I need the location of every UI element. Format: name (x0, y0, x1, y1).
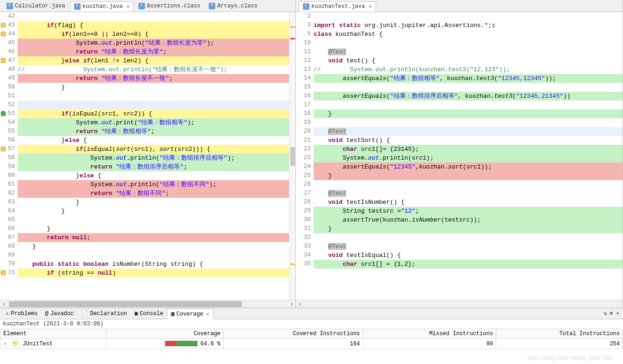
tab-arrays-class[interactable]: Arrays.class (205, 1, 261, 11)
code-line[interactable]: System.out.print("结果：数组相等"); (18, 118, 289, 127)
tab-assertions-class[interactable]: Assertions.class (135, 1, 204, 11)
code-line[interactable]: if(isEqual(sort(src1), sort(src2))) { (18, 145, 289, 154)
code-line[interactable]: assertEquals("结果：数组排序后相等", kuozhan.test3… (314, 92, 623, 101)
remove-icon[interactable]: ✖ (610, 310, 613, 317)
coverage-bar (165, 341, 198, 346)
bottom-tab-problems[interactable]: ⚠ Problems (2, 309, 41, 318)
code-line[interactable] (18, 216, 289, 224)
code-line[interactable] (314, 118, 623, 127)
right-code-area[interactable]: 2391011121314151617181920212223242526272… (296, 12, 623, 300)
code-line[interactable]: System.out.println(src1); (314, 154, 623, 162)
code-line[interactable] (314, 12, 623, 21)
left-code-area[interactable]: 4243444546474849505152535455565758596061… (0, 12, 295, 300)
code-line[interactable]: void testIsNumber() { (314, 198, 623, 207)
java-file-icon (209, 3, 215, 9)
code-line[interactable]: assertEquals("结果：数组相等", kuozhan.test3("1… (314, 74, 623, 83)
code-line[interactable]: @Test (314, 189, 623, 198)
scroll-right-icon[interactable]: › (288, 300, 295, 308)
col-missed-instructions[interactable]: Missed Instructions (363, 329, 496, 339)
code-line[interactable]: if(flag) { (18, 21, 289, 30)
menu-icon[interactable]: ▾ (616, 310, 619, 317)
code-line[interactable]: return "结果：数组不同"; (18, 189, 289, 198)
code-line[interactable]: }else { (18, 171, 289, 180)
code-line[interactable]: } (18, 198, 289, 207)
right-hscrollbar[interactable]: ‹ (296, 300, 623, 308)
code-line[interactable] (18, 251, 289, 260)
code-line[interactable]: } (18, 224, 289, 233)
bottom-tab-coverage[interactable]: ▦ Coverage✕ (167, 309, 213, 319)
code-line[interactable]: // System.out.println("结果：数组长度不一致"); (18, 65, 289, 74)
col-element[interactable]: Element (0, 329, 106, 339)
code-line[interactable]: } (18, 242, 289, 251)
expand-icon[interactable]: › (3, 341, 9, 347)
tab-calculator-java[interactable]: Calculator.java (3, 1, 69, 11)
code-line[interactable]: if(len1==0 || len2==0) { (18, 30, 289, 39)
code-line[interactable] (314, 233, 623, 242)
code-line[interactable]: return "结果：数组长度不一致"; (18, 74, 289, 83)
code-line[interactable]: assertTrue(kuozhan.isNumber(testsrc)); (314, 216, 623, 224)
col-covered-instructions[interactable]: Covered Instructions (224, 329, 363, 339)
javadoc-icon: @ (45, 310, 48, 317)
close-icon[interactable]: ✕ (206, 311, 209, 317)
code-line[interactable]: @Test (314, 47, 623, 56)
tab-kuozhan-java[interactable]: kuozhan.java✕ (70, 1, 134, 12)
code-line[interactable]: @Test (314, 242, 623, 251)
editor-area: Calculator.javakuozhan.java✕Assertions.c… (0, 0, 623, 308)
code-line[interactable]: } (18, 207, 289, 216)
code-line[interactable]: @Test (314, 127, 623, 136)
scroll-left-icon[interactable]: ‹ (0, 300, 8, 308)
tab-kuozhantest-java[interactable]: kuozhanTest.java✕ (299, 1, 376, 12)
code-line[interactable]: return "结果：数组排序后相等"; (18, 162, 289, 171)
bottom-tab-console[interactable]: ▣ Console (131, 309, 167, 318)
close-icon[interactable]: ✕ (369, 3, 372, 9)
code-line[interactable]: import static org.junit.jupiter.api.Asse… (314, 21, 623, 30)
left-overview-ruler[interactable] (289, 12, 295, 300)
code-line[interactable]: void test() { (314, 56, 623, 65)
coverage-caption: kuozhanTest (2021-3-8 9:03:06) (0, 319, 623, 329)
table-row[interactable]: › 📁 JUnitTest 64.6 % 164 90 254 (0, 339, 623, 349)
declaration-icon: 📄 (81, 310, 88, 317)
code-line[interactable]: System.out.println("结果：数组不同"); (18, 180, 289, 189)
bottom-tab-javadoc[interactable]: @ Javadoc (41, 309, 78, 318)
code-line[interactable]: }else { (18, 136, 289, 145)
link-icon[interactable]: ⇅ (603, 310, 607, 317)
code-line[interactable]: System.out.println("结果：数组长度为零"); (18, 39, 289, 47)
java-file-icon (303, 3, 309, 10)
left-hscrollbar[interactable]: ‹ › (0, 300, 295, 308)
code-line[interactable]: // System.out.println(kuozhan.test3("12,… (314, 65, 623, 74)
code-line[interactable]: void testSort() { (314, 136, 623, 145)
right-code[interactable]: import static org.junit.jupiter.api.Asse… (314, 12, 623, 300)
code-line[interactable]: } (314, 109, 623, 118)
col-total-instructions[interactable]: Total Instructions (496, 329, 623, 339)
code-line[interactable] (314, 101, 623, 109)
code-line[interactable]: public static boolean isNumber(String st… (18, 260, 289, 269)
close-icon[interactable]: ✕ (126, 3, 130, 9)
scroll-left-icon[interactable]: ‹ (296, 300, 304, 308)
left-code[interactable]: if(flag) { if(len1==0 || len2==0) { Syst… (18, 12, 289, 300)
code-line[interactable] (18, 101, 289, 109)
code-line[interactable] (314, 39, 623, 47)
code-line[interactable]: return "结果：数组长度为零"; (18, 47, 289, 56)
code-line[interactable] (18, 12, 289, 21)
code-line[interactable]: char src1[] = {1,2}; (314, 260, 623, 269)
code-line[interactable]: String testsrc ="12"; (314, 207, 623, 216)
code-line[interactable]: char src1[]= {23145}; (314, 145, 623, 154)
code-line[interactable] (18, 92, 289, 101)
code-line[interactable]: return null; (18, 233, 289, 242)
col-coverage[interactable]: Coverage (106, 329, 224, 339)
code-line[interactable]: } (314, 224, 623, 233)
bottom-tab-declaration[interactable]: 📄 Declaration (77, 309, 130, 318)
scroll-thumb[interactable] (9, 301, 242, 307)
code-line[interactable]: if (string == null) (18, 269, 289, 277)
code-line[interactable]: } (314, 171, 623, 180)
code-line[interactable]: assertEquals("12345",kuozhan.sort(src1))… (314, 162, 623, 171)
code-line[interactable]: return "结果：数组相等"; (18, 127, 289, 136)
code-line[interactable]: if(isEqual(src1, src2)) { (18, 109, 289, 118)
code-line[interactable]: } (18, 83, 289, 92)
code-line[interactable]: System.out.println("结果：数组排序后相等"); (18, 154, 289, 162)
code-line[interactable]: class kuozhanTest { (314, 30, 623, 39)
code-line[interactable]: }else if(len1 != len2) { (18, 56, 289, 65)
code-line[interactable] (314, 83, 623, 92)
code-line[interactable] (314, 180, 623, 189)
code-line[interactable]: void testIsEqual() { (314, 251, 623, 260)
